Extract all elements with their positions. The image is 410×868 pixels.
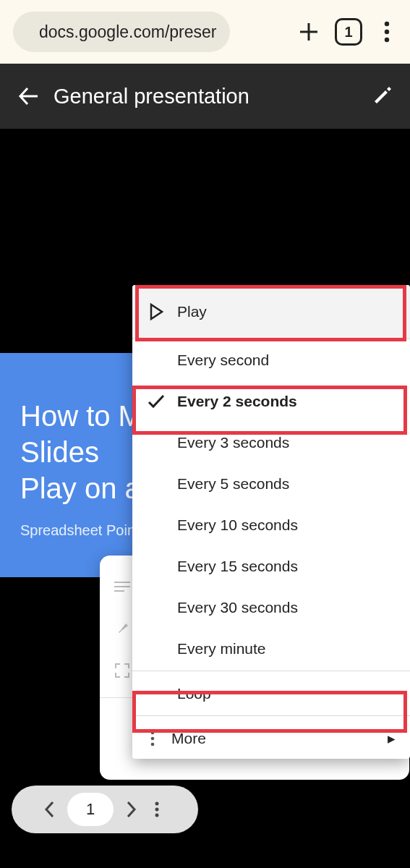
browser-menu-button[interactable] [377,21,397,43]
browser-chrome-bar: docs.google.com/preser 1 [0,0,410,64]
app-header: General presentation [0,64,410,129]
autoplay-option-1m[interactable]: Every minute [132,628,410,669]
loop-label: Loop [177,685,211,702]
autoplay-option-15s[interactable]: Every 15 seconds [132,545,410,587]
svg-point-1 [385,30,389,34]
autoplay-option-1s[interactable]: Every second [132,339,410,380]
play-button[interactable]: Play [132,285,410,339]
option-label: Every 15 seconds [177,558,298,575]
autoplay-option-2s[interactable]: Every 2 seconds [132,380,410,422]
chevron-left-icon [44,801,56,818]
popover-divider [132,671,410,671]
presentation-title: General presentation [54,85,358,109]
autoplay-option-10s[interactable]: Every 10 seconds [132,504,410,545]
loop-toggle[interactable]: Loop [132,673,410,714]
url-text: docs.google.com/preser [39,22,216,42]
svg-point-6 [155,802,159,806]
chevron-right-icon [125,801,137,818]
autoplay-option-5s[interactable]: Every 5 seconds [132,463,410,504]
plus-icon [297,20,320,43]
tab-count-button[interactable]: 1 [335,18,362,46]
caret-right-icon: ▸ [388,730,396,747]
svg-point-7 [155,808,159,812]
slide-number[interactable]: 1 [67,793,114,826]
popover-divider [132,715,410,716]
slide-nav-menu-button[interactable] [148,801,166,818]
arrow-left-icon [17,85,39,107]
fullscreen-icon [113,663,132,678]
kebab-icon [155,801,159,818]
edit-button[interactable] [372,86,393,106]
pencil-icon [372,86,393,106]
laser-icon [113,621,132,636]
play-label: Play [177,303,207,320]
kebab-icon [384,21,390,43]
option-label: Every 2 seconds [177,393,297,410]
option-label: Every 5 seconds [177,475,289,493]
url-bar[interactable]: docs.google.com/preser [13,12,230,52]
option-label: Every 30 seconds [177,599,298,616]
svg-point-2 [385,38,389,42]
autoplay-popover: Play Every second Every 2 seconds Every … [132,285,410,759]
svg-point-3 [151,731,155,734]
back-button[interactable] [17,85,39,107]
tab-count-label: 1 [344,24,352,41]
svg-point-8 [155,814,159,817]
presentation-stage: How to Make Google Slides Play on a Loop… [0,129,410,868]
svg-point-0 [385,22,389,26]
option-label: Every second [177,352,269,369]
autoplay-option-3s[interactable]: Every 3 seconds [132,422,410,463]
svg-point-5 [151,742,155,746]
more-label: More [171,730,376,747]
next-slide-button[interactable] [125,801,137,818]
more-button[interactable]: More ▸ [132,718,410,759]
svg-point-4 [151,736,155,740]
autoplay-option-30s[interactable]: Every 30 seconds [132,587,410,628]
speaker-notes-icon [113,580,132,593]
check-icon [147,394,166,409]
option-label: Every 3 seconds [177,434,289,451]
kebab-icon [145,731,160,746]
slide-number-label: 1 [86,800,95,819]
option-label: Every 10 seconds [177,516,298,534]
prev-slide-button[interactable] [44,801,56,818]
slide-nav: 1 [12,786,198,833]
new-tab-button[interactable] [297,20,320,43]
option-label: Every minute [177,640,266,658]
play-icon [147,303,166,320]
